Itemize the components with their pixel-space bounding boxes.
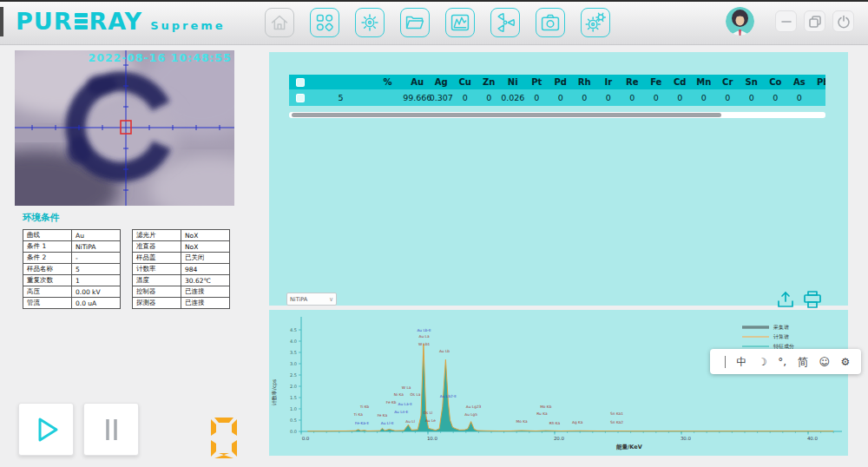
- row-checkbox[interactable]: [296, 78, 305, 87]
- power-button[interactable]: [832, 10, 854, 32]
- peak-annotation: Mo Ka: [516, 419, 528, 424]
- peak-annotation: Au Lb2-E: [440, 394, 457, 398]
- printer-icon: [802, 291, 823, 308]
- results-cell: 0: [716, 89, 740, 106]
- env-row: 曲线Au: [23, 230, 121, 241]
- results-cell: 0: [525, 89, 549, 106]
- peak-annotation: Fe Kb: [386, 400, 397, 405]
- folder-button[interactable]: [400, 8, 430, 37]
- app-logo: PURRAY Supreme: [16, 8, 226, 35]
- start-button[interactable]: [18, 403, 74, 456]
- camera-button[interactable]: [536, 8, 565, 37]
- ime-toolbar[interactable]: 中☽°,简☺⚙: [710, 349, 861, 374]
- env-value: 0.0 uA: [72, 298, 121, 309]
- env-value: 30.62℃: [181, 275, 230, 286]
- pause-button[interactable]: [83, 403, 139, 456]
- spectrum-button[interactable]: [445, 8, 475, 37]
- results-scrollbar-thumb[interactable]: [292, 113, 721, 117]
- measure-counter-display: [211, 418, 237, 462]
- checkbox-cell[interactable]: [289, 89, 312, 106]
- play-icon: [29, 412, 63, 447]
- window-titlebar: PURRAY Supreme: [0, 0, 868, 45]
- apps-button[interactable]: [310, 8, 339, 37]
- ime-settings-icon[interactable]: ⚙: [841, 357, 851, 367]
- svg-text:40.0: 40.0: [807, 436, 819, 441]
- peak-annotation: Au La: [419, 334, 430, 339]
- results-cell: 0.026: [501, 89, 525, 106]
- results-header-row: %AuAgCuZnNiPtPdRhIrReFeCdMnCrSnCoAsPb: [289, 75, 825, 89]
- row-checkbox[interactable]: [296, 94, 305, 102]
- results-table: %AuAgCuZnNiPtPdRhIrReFeCdMnCrSnCoAsPb599…: [289, 75, 825, 106]
- minimize-button[interactable]: [775, 10, 797, 32]
- env-label: 计数率: [133, 264, 181, 275]
- service-icon: [582, 8, 609, 37]
- env-label: 探测器: [133, 298, 181, 309]
- camera-icon: [536, 8, 564, 37]
- home-button[interactable]: [265, 8, 294, 37]
- env-row: 样品名称5: [23, 264, 121, 275]
- results-cell: 99.666: [405, 89, 430, 106]
- env-label: 条件 2: [23, 253, 72, 264]
- text-cursor-icon[interactable]: [725, 356, 726, 368]
- results-column-header: As: [787, 75, 812, 89]
- simplified-item[interactable]: 简: [798, 357, 808, 367]
- env-row: 滤光片NoX: [133, 230, 230, 241]
- power-icon: [837, 15, 851, 29]
- preset-dropdown[interactable]: NiTiPA ∨: [286, 293, 337, 306]
- pause-icon: [94, 412, 128, 447]
- env-label: 重复次数: [23, 275, 72, 286]
- results-column-header: Ir: [596, 75, 621, 89]
- results-cell: 0: [477, 89, 502, 106]
- camera-view[interactable]: 2022-08-16 10:48:55: [15, 50, 234, 206]
- env-value: 1: [72, 275, 121, 286]
- env-value: 5: [72, 264, 121, 275]
- env-row: 计数率984: [133, 264, 230, 275]
- emoji-icon[interactable]: ☺: [819, 357, 830, 367]
- moon-icon[interactable]: ☽: [758, 357, 767, 367]
- window-left-notch: [0, 7, 3, 36]
- svg-text:4.5: 4.5: [290, 327, 297, 332]
- brand-e-glyph: [75, 11, 88, 32]
- peak-annotation: Ag Ka: [572, 420, 583, 424]
- folder-icon: [401, 8, 429, 37]
- svg-text:20.0: 20.0: [554, 436, 565, 441]
- peak-annotation: Au La-E: [398, 402, 413, 406]
- peak-annotation: Rh Ka: [549, 421, 561, 425]
- environment-table-left: 曲线Au条件 1NiTiPA条件 2-样品名称5重复次数1高压0.00 kV管流…: [23, 229, 121, 309]
- svg-text:4.0: 4.0: [290, 339, 297, 344]
- spectrum-chart: 0.00.51.01.52.02.53.03.54.04.50.010.020.…: [269, 310, 848, 456]
- radiation-button[interactable]: [490, 8, 520, 37]
- settings-button[interactable]: [355, 8, 385, 37]
- restore-button[interactable]: [804, 10, 825, 32]
- peak-annotation: Mo Kb: [540, 405, 552, 409]
- results-data-row[interactable]: 599.6660.307000.026000000000000: [289, 89, 825, 106]
- results-cell: 0: [644, 89, 668, 106]
- export-button[interactable]: [775, 291, 796, 308]
- env-label: 高压: [23, 286, 72, 298]
- spectrum-icon: [446, 8, 474, 37]
- legend-label: 计算谱: [773, 333, 789, 340]
- results-column-header: Pd: [549, 75, 573, 89]
- peak-annotation: Au Lb-E: [417, 328, 431, 332]
- punctuation-item[interactable]: °,: [778, 357, 786, 367]
- results-scrollbar[interactable]: [289, 112, 825, 118]
- svg-text:2.5: 2.5: [290, 372, 297, 378]
- print-button[interactable]: [802, 291, 823, 308]
- env-label: 准直器: [133, 241, 181, 253]
- export-icon: [775, 291, 796, 308]
- results-cell: 5: [312, 89, 370, 106]
- svg-text:0.0: 0.0: [290, 429, 297, 434]
- apps-icon: [311, 8, 339, 37]
- checkbox-cell[interactable]: [289, 75, 312, 89]
- spectrum-panel: 0.00.51.01.52.02.53.03.54.04.50.010.020.…: [269, 310, 848, 456]
- peak-annotation: Os Ll: [424, 411, 433, 415]
- service-button[interactable]: [581, 8, 610, 37]
- peak-annotation: Fe-Ka-E: [355, 421, 369, 425]
- env-value: 984: [181, 264, 230, 275]
- user-avatar[interactable]: [726, 7, 754, 36]
- window-controls: [775, 10, 854, 32]
- chinese-mode-item[interactable]: 中: [736, 357, 746, 367]
- svg-text:0.5: 0.5: [290, 418, 297, 423]
- results-cell: 0: [549, 89, 573, 106]
- results-cell: [812, 89, 826, 106]
